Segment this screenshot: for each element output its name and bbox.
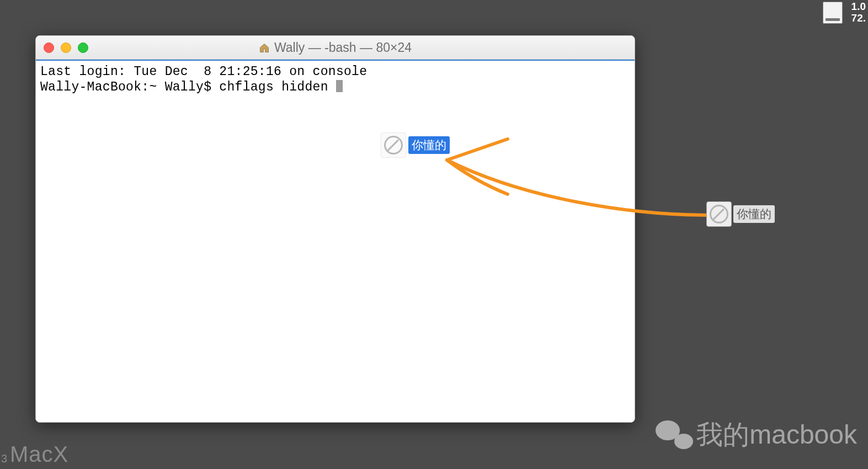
menubar-right: 1.0 72. (823, 0, 868, 25)
file-icon (381, 132, 406, 158)
watermark-wechat: 我的macbook (656, 417, 857, 452)
window-title-area: Wally — -bash — 80×24 (36, 40, 635, 55)
disk-icon[interactable] (823, 2, 843, 24)
file-icon (706, 201, 732, 227)
zoom-button[interactable] (78, 42, 88, 53)
terminal-body[interactable]: Last login: Tue Dec 8 21:25:16 on consol… (36, 60, 635, 423)
watermark-wechat-text: 我的macbook (696, 417, 857, 452)
traffic-lights (44, 42, 88, 53)
forbidden-icon (384, 136, 403, 154)
window-title: Wally — -bash — 80×24 (274, 40, 412, 55)
watermark-macx-text: MacX (10, 442, 68, 466)
close-button[interactable] (44, 42, 54, 53)
minimize-button[interactable] (61, 42, 71, 53)
dragged-file[interactable]: 你懂的 (381, 132, 450, 158)
watermark-macx-sub: 3 (1, 452, 8, 465)
titlebar[interactable]: Wally — -bash — 80×24 (36, 36, 635, 60)
terminal-window: Wally — -bash — 80×24 Last login: Tue De… (35, 35, 635, 423)
desktop-file-label: 你懂的 (733, 205, 775, 223)
terminal-cursor (336, 80, 343, 92)
forbidden-icon (710, 205, 728, 223)
terminal-prompt: Wally-MacBook:~ Wally$ chflags hidden (40, 80, 336, 94)
menubar-line2: 72. (851, 13, 866, 24)
terminal-line-1: Last login: Tue Dec 8 21:25:16 on consol… (40, 65, 367, 79)
wechat-icon (656, 420, 693, 449)
menubar-info: 1.0 72. (851, 1, 866, 24)
watermark-macx: 3 MacX (10, 442, 68, 467)
home-icon (259, 42, 270, 53)
desktop-file[interactable]: 你懂的 (706, 201, 775, 227)
dragged-file-label: 你懂的 (408, 136, 450, 154)
menubar-line1: 1.0 (851, 1, 866, 13)
